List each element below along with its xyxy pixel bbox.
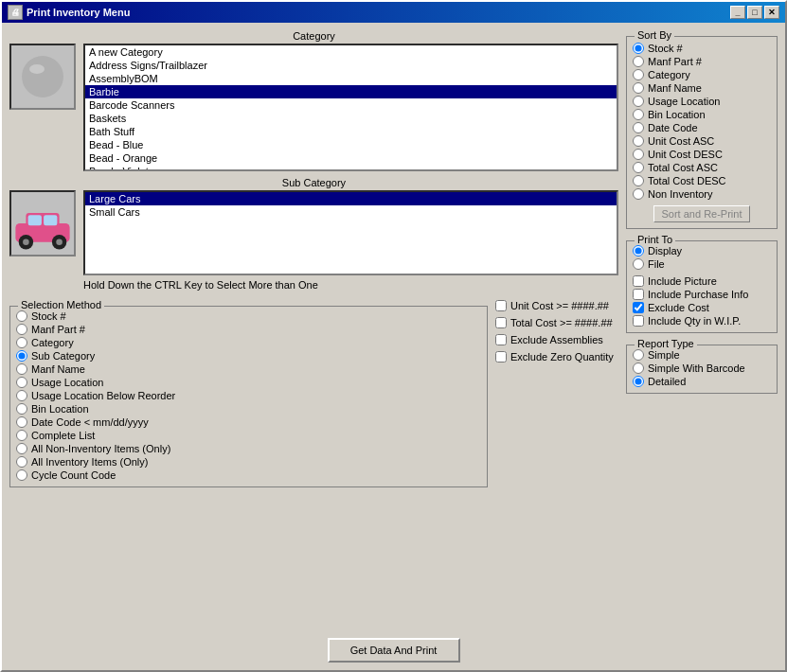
sortby-radio-9[interactable] (633, 162, 644, 173)
printto-check-1[interactable] (633, 289, 644, 300)
titlebar: 🖨 Print Inventory Menu _ □ ✕ (2, 2, 785, 23)
get-data-print-button[interactable]: Get Data And Print (328, 638, 460, 663)
subcategory-section: Sub Category (9, 177, 618, 291)
sortby-item-9: Total Cost ASC (633, 162, 771, 173)
reporttype-radio-0[interactable] (633, 349, 644, 361)
selection-radio-12[interactable] (16, 469, 27, 481)
sortby-item-8: Unit Cost DESC (633, 149, 771, 160)
printto-label-0: Display (648, 245, 682, 256)
sortby-item-7: Unit Cost ASC (633, 135, 771, 147)
sortby-radio-10[interactable] (633, 175, 644, 186)
sortby-radio-11[interactable] (633, 188, 644, 200)
selection-label-2: Category (31, 337, 74, 348)
print-to-radios: DisplayFile (633, 245, 771, 270)
reporttype-radio-2[interactable] (633, 376, 644, 387)
selection-label-1: Manf Part # (31, 324, 85, 335)
category-label: Category (9, 30, 618, 42)
sortby-label-8: Unit Cost DESC (648, 149, 723, 160)
category-item-5[interactable]: Baskets (85, 112, 617, 125)
svg-point-7 (23, 239, 29, 246)
selection-method-item-5: Usage Location (16, 377, 481, 388)
exclude-assemblies-check[interactable] (495, 334, 507, 345)
selection-radio-2[interactable] (16, 337, 27, 348)
sortby-item-1: Manf Part # (633, 56, 771, 67)
subcategory-item-1[interactable]: Small Cars (85, 205, 617, 219)
category-listbox-wrap: A new CategoryAddress Signs/TrailblazerA… (83, 44, 618, 171)
reporttype-item-0: Simple (633, 349, 771, 361)
category-item-3[interactable]: Barbie (85, 85, 617, 98)
selection-label-3: Sub Category (31, 350, 95, 362)
sortby-radio-0[interactable] (633, 43, 644, 54)
bottom-section: Selection Method Stock #Manf Part #Categ… (9, 300, 618, 487)
printto-check-label-0: Include Picture (648, 275, 717, 287)
titlebar-buttons: _ □ ✕ (730, 6, 779, 19)
sort-by-title: Sort By (635, 29, 674, 41)
maximize-button[interactable]: □ (747, 6, 762, 19)
sortby-radio-1[interactable] (633, 56, 644, 67)
total-cost-check[interactable] (495, 317, 507, 328)
selection-radio-7[interactable] (16, 403, 27, 415)
minimize-button[interactable]: _ (730, 6, 745, 19)
subcategory-row: Large CarsSmall Cars Hold Down the CTRL … (9, 190, 618, 291)
sortby-label-1: Manf Part # (648, 56, 702, 67)
category-item-7[interactable]: Bead - Blue (85, 138, 617, 151)
printto-check-2[interactable] (633, 302, 644, 313)
exclude-zero-qty-check[interactable] (495, 351, 507, 363)
subcategory-item-0[interactable]: Large Cars (85, 192, 617, 205)
selection-label-9: Complete List (31, 430, 95, 441)
selection-radio-0[interactable] (16, 310, 27, 322)
subcategory-listbox-wrap: Large CarsSmall Cars Hold Down the CTRL … (83, 190, 618, 291)
selection-label-8: Date Code < mm/dd/yyyy (31, 416, 149, 428)
selection-radio-4[interactable] (16, 363, 27, 375)
sortby-radio-2[interactable] (633, 69, 644, 80)
printto-radio-0[interactable] (633, 245, 644, 256)
printto-check-row-3: Include Qty in W.I.P. (633, 315, 771, 327)
category-item-9[interactable]: Bead - Violet (85, 165, 617, 171)
reporttype-label-2: Detailed (648, 376, 686, 387)
selection-radio-9[interactable] (16, 430, 27, 441)
subcategory-listbox[interactable]: Large CarsSmall Cars (83, 190, 618, 275)
reporttype-radio-1[interactable] (633, 363, 644, 374)
sortby-label-0: Stock # (648, 43, 683, 54)
selection-radio-3[interactable] (16, 350, 27, 362)
category-item-2[interactable]: AssemblyBOM (85, 72, 617, 85)
selection-radio-1[interactable] (16, 324, 27, 335)
sortby-radio-8[interactable] (633, 149, 644, 160)
svg-rect-5 (44, 215, 57, 225)
selection-method-item-10: All Non-Inventory Items (Only) (16, 443, 481, 454)
total-cost-label: Total Cost >= ####.## (510, 317, 613, 328)
printto-check-label-3: Include Qty in W.I.P. (648, 315, 741, 327)
unit-cost-check[interactable] (495, 300, 507, 311)
sortby-radio-3[interactable] (633, 82, 644, 94)
category-item-1[interactable]: Address Signs/Trailblazer (85, 59, 617, 72)
printto-check-0[interactable] (633, 275, 644, 287)
category-section: Category A new CategoryAddress Signs/Tra… (9, 30, 618, 171)
unit-cost-row: Unit Cost >= ####.## (495, 300, 618, 311)
category-item-4[interactable]: Barcode Scanners (85, 98, 617, 112)
category-listbox[interactable]: A new CategoryAddress Signs/TrailblazerA… (83, 44, 618, 171)
svg-point-9 (56, 239, 63, 246)
close-button[interactable]: ✕ (764, 6, 779, 19)
sort-reprint-button[interactable]: Sort and Re-Print (653, 205, 751, 222)
sortby-radio-5[interactable] (633, 109, 644, 120)
selection-radio-10[interactable] (16, 443, 27, 454)
selection-radio-5[interactable] (16, 377, 27, 388)
sortby-radio-4[interactable] (633, 96, 644, 107)
printto-check-3[interactable] (633, 315, 644, 327)
selection-method-item-9: Complete List (16, 430, 481, 441)
selection-radio-11[interactable] (16, 456, 27, 468)
category-item-6[interactable]: Bath Stuff (85, 125, 617, 138)
printto-radio-1[interactable] (633, 258, 644, 270)
printto-check-row-2: Exclude Cost (633, 302, 771, 313)
sortby-radio-6[interactable] (633, 122, 644, 133)
sortby-item-10: Total Cost DESC (633, 175, 771, 186)
category-item-8[interactable]: Bead - Orange (85, 151, 617, 165)
subcategory-thumbnail (9, 190, 76, 256)
bottom-btn-row: Get Data And Print (2, 632, 785, 670)
print-to-group: Print To DisplayFile Include PictureIncl… (626, 240, 778, 333)
sortby-radio-7[interactable] (633, 135, 644, 147)
category-item-0[interactable]: A new Category (85, 45, 617, 59)
printto-option-1: File (633, 258, 771, 270)
selection-radio-6[interactable] (16, 390, 27, 401)
selection-radio-8[interactable] (16, 416, 27, 428)
